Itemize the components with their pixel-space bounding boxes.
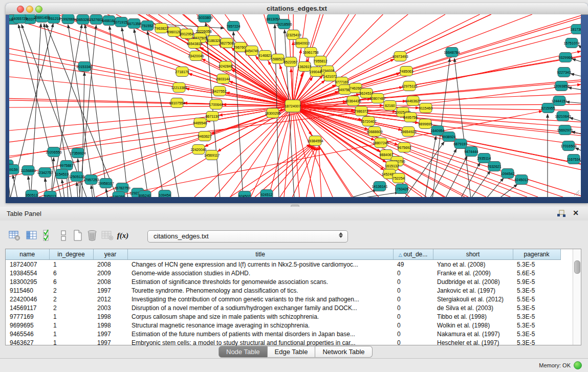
column-header-year[interactable]: year — [93, 249, 127, 260]
table-cell[interactable]: Structural magnetic resonance image aver… — [127, 321, 393, 330]
table-cell[interactable]: Tibbo et al. (1998) — [433, 312, 513, 321]
table-cell[interactable]: 0 — [393, 338, 433, 347]
table-cell[interactable]: 5.3E-5 — [513, 321, 560, 330]
table-cell[interactable]: 9777169 — [6, 312, 49, 321]
table-cell[interactable]: 9699695 — [6, 321, 49, 330]
table-cell[interactable]: 1998 — [93, 321, 127, 330]
table-cell[interactable]: 5.3E-5 — [513, 303, 560, 312]
column-header-name[interactable]: name — [6, 249, 49, 260]
table-row[interactable]: 1830029562008Estimation of significance … — [6, 277, 560, 286]
table-row[interactable]: 911546021997Tourette syndrome. Phenomeno… — [6, 286, 560, 295]
new-document-icon[interactable] — [71, 228, 85, 243]
column-header-outde[interactable]: △out_de... — [393, 249, 433, 260]
table-row[interactable]: 1456911722003Disruption of a novel membe… — [6, 303, 560, 312]
table-cell[interactable]: 0 — [393, 312, 433, 321]
table-cell[interactable]: Hescheler et al. (1997) — [433, 338, 513, 347]
table-cell[interactable]: 5.6E-5 — [513, 269, 560, 277]
table-cell[interactable]: Investigating the contribution of common… — [127, 295, 393, 303]
table-cell[interactable]: 2 — [49, 303, 93, 312]
table-cell[interactable]: Dudbridge et al. (2008) — [433, 277, 513, 286]
table-cell[interactable]: 1998 — [93, 312, 127, 321]
table-cell[interactable]: 9463627 — [6, 338, 49, 347]
table-cell[interactable]: Franke et al. (2009) — [433, 269, 513, 277]
table-cell[interactable]: Corpus callosum shape and size in male p… — [127, 312, 393, 321]
table-cell[interactable]: Nakamura et al. (1997) — [433, 330, 513, 338]
table-cell[interactable]: 2012 — [93, 295, 127, 303]
table-cell[interactable]: 0 — [393, 330, 433, 338]
table-cell[interactable]: 9115460 — [6, 286, 49, 295]
table-cell[interactable]: 1997 — [93, 338, 127, 347]
window-titlebar[interactable]: citations_edges.txt — [6, 3, 588, 15]
table-cell[interactable]: 18300295 — [6, 277, 49, 286]
table-row[interactable]: 946554611997Estimation of the future num… — [6, 330, 560, 338]
table-selector[interactable]: citations_edges.txt — [147, 230, 348, 243]
table-cell[interactable]: 1997 — [93, 286, 127, 295]
table-cell[interactable]: 2008 — [93, 277, 127, 286]
table-cell[interactable]: Changes of HCN gene expression and I(f) … — [127, 260, 393, 269]
table-cell[interactable]: 1 — [49, 338, 93, 347]
table-cell[interactable]: 5.9E-5 — [513, 277, 560, 286]
table-cell[interactable]: 5.5E-5 — [513, 295, 560, 303]
clear-selection-icon[interactable] — [56, 228, 71, 243]
delete-table-icon[interactable] — [100, 228, 115, 243]
table-cell[interactable]: de Silva et al. (2003) — [433, 303, 513, 312]
table-cell[interactable]: Estimation of the future numbers of pati… — [127, 330, 393, 338]
table-cell[interactable]: 9465546 — [6, 330, 49, 338]
tab-node-table[interactable]: Node Table — [219, 346, 268, 358]
table-cell[interactable]: 0 — [393, 303, 433, 312]
table-cell[interactable]: 6 — [49, 277, 93, 286]
table-cell[interactable]: 0 — [393, 277, 433, 286]
table-row[interactable]: 1938455462009Genome-wide association stu… — [6, 269, 560, 277]
delete-icon[interactable] — [85, 228, 99, 243]
column-header-indegree[interactable]: in_degree — [49, 249, 93, 260]
table-cell[interactable]: 22420046 — [6, 295, 49, 303]
table-scrollbar[interactable] — [573, 249, 581, 345]
close-panel-icon[interactable] — [573, 209, 579, 217]
table-cell[interactable]: 1 — [49, 312, 93, 321]
table-cell[interactable]: 18724007 — [6, 260, 49, 269]
tab-network-table[interactable]: Network Table — [315, 346, 372, 358]
table-cell[interactable]: 1 — [49, 260, 93, 269]
table-row[interactable]: 969969511998Structural magnetic resonanc… — [6, 321, 560, 330]
table-cell[interactable]: 6 — [49, 269, 93, 277]
table-cell[interactable]: Jankovic et al. (1997) — [433, 286, 513, 295]
table-cell[interactable]: 0 — [393, 286, 433, 295]
table-cell[interactable]: 0 — [393, 321, 433, 330]
column-visibility-icon[interactable] — [25, 228, 39, 243]
table-cell[interactable]: 5.3E-5 — [513, 286, 560, 295]
scrollbar-thumb[interactable] — [574, 260, 580, 274]
table-cell[interactable]: 49 — [393, 260, 433, 269]
table-cell[interactable]: Estimation of significance thresholds fo… — [127, 277, 393, 286]
network-canvas[interactable]: 7963822896012889129542322605898275051654… — [9, 14, 581, 197]
tab-edge-table[interactable]: Edge Table — [268, 346, 316, 358]
column-header-short[interactable]: short — [433, 249, 513, 260]
table-cell[interactable]: 2009 — [93, 269, 127, 277]
table-row[interactable]: 2242004622012Investigating the contribut… — [6, 295, 560, 303]
table-cell[interactable]: 5.3E-5 — [513, 330, 560, 338]
table-cell[interactable]: 5.3E-5 — [513, 338, 560, 347]
table-cell[interactable]: 0 — [393, 269, 433, 277]
table-cell[interactable]: 2 — [49, 295, 93, 303]
table-cell[interactable]: 2 — [49, 286, 93, 295]
select-all-icon[interactable] — [41, 228, 55, 243]
table-cell[interactable]: 5.3E-5 — [513, 260, 560, 269]
table-cell[interactable]: 2008 — [93, 260, 127, 269]
table-cell[interactable]: Genome-wide association studies in ADHD. — [127, 269, 393, 277]
table-settings-icon[interactable] — [7, 228, 21, 243]
table-cell[interactable]: 19384554 — [6, 269, 49, 277]
table-cell[interactable]: Wolkin et al. (1998) — [433, 321, 513, 330]
table-cell[interactable]: Tourette syndrome. Phenomenology and cla… — [127, 286, 393, 295]
table-cell[interactable]: 1 — [49, 330, 93, 338]
table-row[interactable]: 1872400712008Changes of HCN gene express… — [6, 260, 560, 269]
table-cell[interactable]: 2003 — [93, 303, 127, 312]
table-cell[interactable]: 0 — [393, 295, 433, 303]
table-cell[interactable]: Stergiakouli et al. (2012) — [433, 295, 513, 303]
table-cell[interactable]: Yano et al. (2008) — [433, 260, 513, 269]
column-header-pagerank[interactable]: pagerank — [513, 249, 560, 260]
float-panel-icon[interactable] — [557, 210, 565, 217]
resize-grip[interactable] — [573, 189, 580, 196]
table-cell[interactable]: 1 — [49, 321, 93, 330]
function-builder-icon[interactable]: f(x) — [116, 228, 130, 243]
table-row[interactable]: 977716911998Corpus callosum shape and si… — [6, 312, 560, 321]
table-cell[interactable]: Disruption of a novel member of a sodium… — [127, 303, 393, 312]
